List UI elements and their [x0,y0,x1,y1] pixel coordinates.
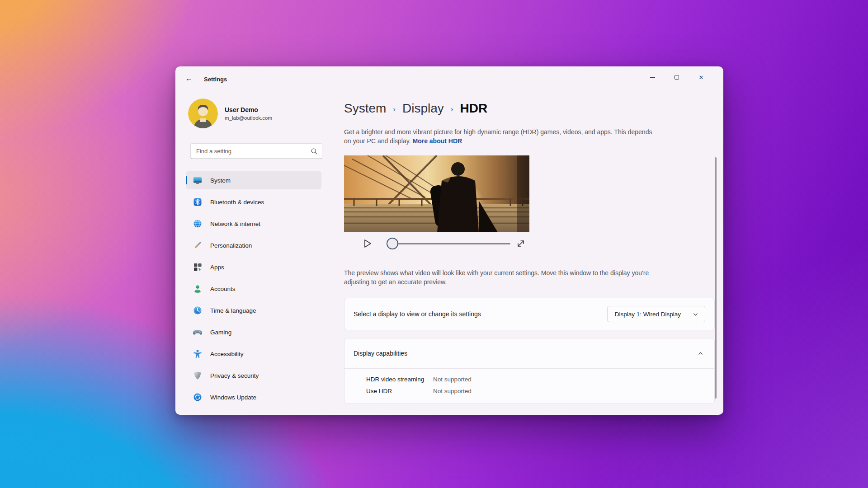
display-capabilities-title: Display capabilities [354,350,407,357]
window-controls: ✕ [646,72,708,82]
chevron-up-icon[interactable] [698,351,703,357]
user-name: User Demo [225,106,272,113]
breadcrumb-separator-icon: › [393,103,396,114]
sidebar-item-windows-update[interactable]: Windows Update [186,388,321,406]
sidebar-item-accessibility[interactable]: Accessibility [186,345,321,363]
slider-thumb[interactable] [387,238,398,249]
desktop-wallpaper: ← Settings ✕ User Demo [0,0,868,488]
privacy-security-icon [193,371,203,380]
breadcrumb: System › Display › HDR [344,101,487,116]
sidebar-item-label: Bluetooth & devices [210,199,264,206]
capability-value: Not supported [433,388,705,394]
display-capabilities-card: Display capabilities HDR video streaming… [344,338,715,404]
sidebar-item-label: System [210,177,231,184]
display-dropdown-value: Display 1: Wired Display [615,311,681,318]
sidebar-item-time-language[interactable]: Time & language [186,301,321,319]
video-seek-slider[interactable] [386,236,510,251]
settings-window: ← Settings ✕ User Demo [175,66,723,415]
sidebar-nav: System Bluetooth & devices Network & int… [186,171,321,410]
back-button[interactable]: ← [182,73,196,84]
breadcrumb-system[interactable]: System [344,101,386,116]
minimize-icon [650,77,655,78]
preview-note: The preview shows what video will look l… [344,268,671,286]
play-icon[interactable] [361,238,373,249]
sidebar-item-bluetooth-devices[interactable]: Bluetooth & devices [186,193,321,211]
gaming-icon [193,327,203,337]
search-icon [311,148,318,155]
capability-value: Not supported [433,376,705,383]
maximize-button[interactable] [670,72,683,82]
sidebar-item-label: Accessibility [210,351,244,357]
breadcrumb-separator-icon: › [451,103,453,114]
window-title: Settings [204,76,227,83]
breadcrumb-display[interactable]: Display [402,101,444,116]
maximize-icon [675,75,679,80]
sidebar-item-label: Privacy & security [210,372,259,379]
display-dropdown[interactable]: Display 1: Wired Display [607,306,705,322]
hdr-description-text: Get a brighter and more vibrant picture … [344,128,652,145]
search-box [190,143,322,159]
apps-icon [193,262,203,272]
slider-track[interactable] [393,243,510,244]
sidebar-item-personalization[interactable]: Personalization [186,236,321,254]
personalization-icon [193,240,203,250]
user-profile[interactable]: User Demo m_lab@outlook.com [188,99,272,128]
sidebar-item-label: Windows Update [210,394,256,401]
capability-label: Use HDR [366,388,433,394]
hdr-video-preview [344,155,529,232]
hdr-description: Get a brighter and more vibrant picture … [344,127,659,145]
network-icon [193,219,203,229]
sidebar-item-label: Gaming [210,329,231,336]
vertical-scrollbar[interactable] [715,157,717,399]
sidebar-item-network-internet[interactable]: Network & internet [186,215,321,233]
select-display-label: Select a display to view or change its s… [354,310,481,318]
sidebar-item-accounts[interactable]: Accounts [186,280,321,298]
minimize-button[interactable] [646,72,659,82]
sidebar-item-apps[interactable]: Apps [186,258,321,276]
sidebar-item-label: Time & language [210,307,256,314]
breadcrumb-hdr: HDR [460,101,488,116]
select-display-card: Select a display to view or change its s… [344,298,715,330]
accounts-icon [193,284,203,294]
display-capabilities-header[interactable]: Display capabilities [344,338,714,368]
sidebar-item-label: Apps [210,264,224,271]
sidebar-item-label: Accounts [210,286,236,292]
close-button[interactable]: ✕ [695,72,708,82]
fullscreen-icon[interactable] [515,238,527,249]
search-input[interactable] [191,144,322,159]
profile-text: User Demo m_lab@outlook.com [225,106,272,121]
sidebar-item-label: Personalization [210,242,252,249]
accessibility-icon [193,349,203,359]
sidebar-item-label: Network & internet [210,221,260,227]
windows-update-icon [193,392,203,402]
sidebar-item-system[interactable]: System [186,171,321,189]
time-language-icon [193,305,203,315]
system-icon [193,175,203,185]
avatar [188,99,218,128]
capability-label: HDR video streaming [366,376,433,383]
chevron-down-icon [693,311,698,317]
video-controls [344,236,529,251]
more-about-hdr-link[interactable]: More about HDR [413,137,462,145]
capabilities-list: HDR video streaming Not supported Use HD… [344,369,714,404]
bluetooth-icon [193,197,203,207]
sidebar-item-privacy-security[interactable]: Privacy & security [186,366,321,385]
sidebar-item-gaming[interactable]: Gaming [186,323,321,341]
user-email: m_lab@outlook.com [225,115,272,121]
